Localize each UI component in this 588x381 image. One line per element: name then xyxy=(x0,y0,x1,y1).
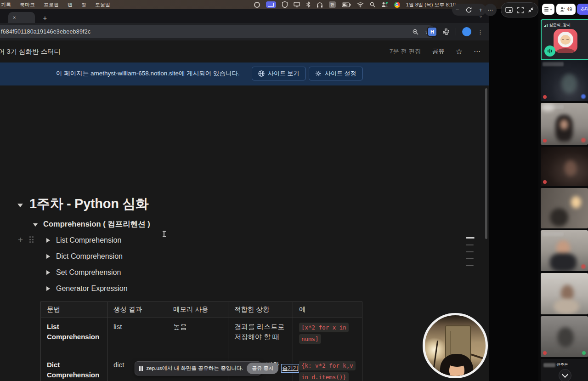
input-source-icon[interactable]: 한 xyxy=(329,1,336,8)
page-title[interactable]: 어 3기 심화반 스터디 xyxy=(0,47,61,56)
scroll-down-button[interactable] xyxy=(559,369,571,381)
tab-close-icon[interactable]: × xyxy=(13,15,16,20)
browser-tab[interactable]: × xyxy=(8,12,35,23)
new-tab-button[interactable]: + xyxy=(40,13,50,22)
gear-icon xyxy=(315,70,322,77)
page-heading2[interactable]: Comprehension ( 컴프리헨션 ) xyxy=(43,219,150,229)
page-heading1[interactable]: 1주차 - Python 심화 xyxy=(29,195,149,213)
more-options-button[interactable]: ⋯ xyxy=(484,4,497,16)
extensions-puzzle-icon[interactable] xyxy=(442,28,450,35)
record-icon[interactable] xyxy=(254,1,260,8)
extension-h-icon[interactable]: H xyxy=(428,28,436,36)
add-block-button[interactable]: + xyxy=(18,235,23,245)
person-face xyxy=(560,119,568,130)
table-cell[interactable]: list xyxy=(107,318,167,356)
video-tile-host[interactable]: 심준식_강사 xyxy=(541,19,588,60)
menu-window[interactable]: 창 xyxy=(81,1,86,8)
col-header[interactable]: 생성 결과 xyxy=(107,302,167,318)
col-header[interactable]: 문법 xyxy=(41,302,107,318)
fullscreen-icon[interactable] xyxy=(517,7,524,13)
zoom-out-button[interactable]: − xyxy=(456,7,459,13)
toggle-down-icon[interactable] xyxy=(33,223,38,227)
display-icon[interactable] xyxy=(294,1,300,8)
stop-sharing-button[interactable]: 공유 중지 xyxy=(247,363,278,374)
menu-history[interactable]: 기록 xyxy=(1,1,11,8)
audio-indicator-icon[interactable] xyxy=(544,45,555,57)
menu-tabs[interactable]: 탭 xyxy=(68,1,73,8)
mic-muted-icon xyxy=(543,180,547,184)
zoom-in-button[interactable]: + xyxy=(479,7,483,13)
chevron-down-icon[interactable]: ⌄ xyxy=(479,13,483,19)
person-bangs xyxy=(448,358,466,367)
col-header[interactable]: 예 xyxy=(293,302,362,318)
video-tile-partial[interactable]: 규주은 xyxy=(541,359,588,381)
toggle-item[interactable]: List Comprehension xyxy=(56,236,121,245)
toggle-right-icon[interactable] xyxy=(46,286,50,291)
toggle-right-icon[interactable] xyxy=(46,238,50,243)
refresh-icon[interactable] xyxy=(466,7,472,13)
video-tile[interactable] xyxy=(541,103,588,145)
person-silhouette xyxy=(557,327,574,347)
page-menu-icon[interactable]: ⋯ xyxy=(474,47,481,56)
window-controls xyxy=(501,2,538,17)
signal-icon xyxy=(544,24,548,27)
toggle-item[interactable]: Dict Comprehension xyxy=(56,252,123,261)
headphones-icon[interactable] xyxy=(317,1,323,8)
scrollbar[interactable] xyxy=(485,88,487,239)
toggle-right-icon[interactable] xyxy=(46,270,50,275)
table-cell[interactable]: [x*2 for x in nums] xyxy=(293,318,362,356)
globe-icon xyxy=(258,70,265,77)
chrome-menubar-icon[interactable] xyxy=(394,2,400,8)
hide-toolbar-link[interactable]: 숨기기 xyxy=(282,365,298,372)
video-tile[interactable] xyxy=(541,273,588,314)
wifi-icon[interactable] xyxy=(357,1,364,8)
menu-bookmarks[interactable]: 북마크 xyxy=(20,1,35,8)
menubar-datetime[interactable]: 1월 8일 (목) 오후 8:10 xyxy=(406,1,456,8)
video-tile[interactable] xyxy=(541,230,588,271)
favorite-star-icon[interactable]: ☆ xyxy=(456,47,463,57)
address-bar[interactable]: f684f501180a19146e3ebeeb89f2c ☆ xyxy=(0,25,435,38)
search-icon[interactable] xyxy=(370,1,375,8)
toggle-item[interactable]: Set Comprehension xyxy=(56,268,121,277)
zoom-page-icon[interactable] xyxy=(413,29,418,35)
table-cell[interactable]: Dict Comprehension xyxy=(41,356,107,381)
menu-profile[interactable]: 프로필 xyxy=(44,1,59,8)
col-header[interactable]: 적합한 상황 xyxy=(228,302,293,318)
share-button[interactable]: 공유 xyxy=(432,47,445,56)
inline-code: {k: v*2 for k,v in d.items()} xyxy=(299,361,356,381)
collapse-icon[interactable] xyxy=(528,7,534,13)
self-webcam[interactable] xyxy=(423,313,488,378)
name-label-blurred xyxy=(543,62,564,66)
table-cell[interactable]: 높음 xyxy=(167,318,228,356)
picture-in-picture-icon[interactable] xyxy=(505,7,513,13)
participants-button[interactable]: 49 xyxy=(556,4,576,15)
profile-avatar[interactable] xyxy=(462,27,471,36)
col-header[interactable]: 메모리 사용 xyxy=(167,302,228,318)
drag-handle[interactable] xyxy=(29,236,34,243)
video-tile[interactable] xyxy=(541,60,588,101)
shield-icon[interactable] xyxy=(282,1,288,8)
view-site-button[interactable]: 사이트 보기 xyxy=(252,67,306,80)
screenshare-icon[interactable] xyxy=(266,1,276,8)
reaction-icon xyxy=(581,264,586,269)
toggle-item[interactable]: Generator Expression xyxy=(56,284,128,293)
table-cell[interactable]: List Comprehension xyxy=(41,318,107,356)
menu-help[interactable]: 도움말 xyxy=(95,1,110,8)
video-tile[interactable] xyxy=(541,188,588,228)
table-of-contents-indicator[interactable] xyxy=(466,237,475,272)
browser-menu-icon[interactable]: ⋮ xyxy=(477,28,484,35)
layout-button[interactable]: ▾ xyxy=(542,4,554,15)
chevron-down-icon xyxy=(562,371,568,378)
table-cell[interactable]: 결과를 리스트로 저장해야 할 때 xyxy=(228,318,293,356)
banner-message: 이 페이지는 amethyst-william-658.notion.site에… xyxy=(56,69,240,78)
url-text[interactable]: f684f501180a19146e3ebeeb89f2c xyxy=(0,28,90,35)
toggle-down-icon[interactable] xyxy=(17,204,23,207)
table-cell[interactable]: {k: v*2 for k,v in d.items()} xyxy=(293,356,362,381)
site-settings-button[interactable]: 사이트 설정 xyxy=(309,67,363,80)
user-switch-icon[interactable] xyxy=(381,1,388,8)
invite-button[interactable]: 초대하기 xyxy=(577,4,588,15)
video-tile[interactable] xyxy=(541,147,588,186)
video-tile[interactable] xyxy=(541,316,588,357)
bluetooth-icon[interactable] xyxy=(306,1,311,8)
toggle-right-icon[interactable] xyxy=(46,254,50,259)
